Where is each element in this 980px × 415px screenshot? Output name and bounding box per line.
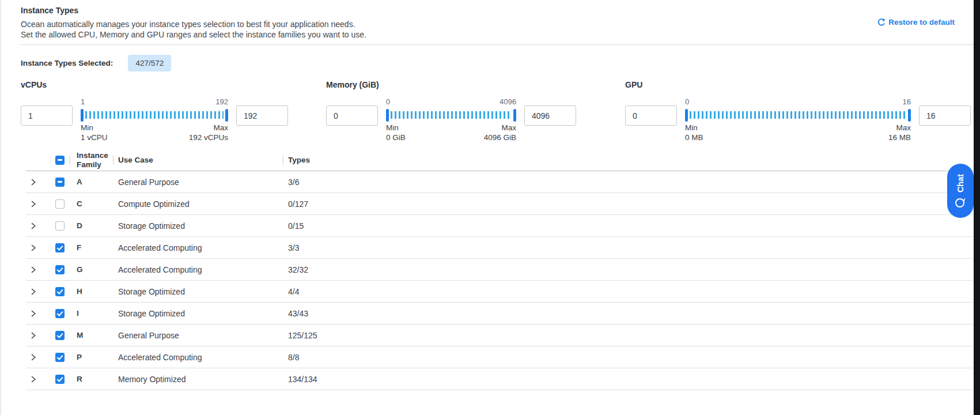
screen-right-edge-strip	[974, 0, 980, 415]
chevron-right-icon[interactable]	[29, 375, 37, 383]
min-caption: Min	[81, 123, 93, 133]
sliders-section: vCPUs 1 192 Min Max 1 vCPU	[21, 80, 973, 142]
types-cell: 43/43	[283, 309, 973, 318]
min-caption: Min	[386, 123, 399, 133]
use-case-cell: Storage Optimized	[113, 287, 283, 296]
family-cell: G	[70, 265, 113, 274]
restore-to-default-label: Restore to default	[888, 18, 955, 27]
slider-min-tick-label: 0	[386, 97, 390, 109]
chevron-right-icon[interactable]	[29, 288, 37, 296]
slider-title: Memory (GiB)	[326, 80, 576, 90]
family-cell: R	[70, 375, 113, 384]
instance-family-row: H Storage Optimized 4/4	[26, 281, 973, 303]
row-checkbox[interactable]	[55, 331, 65, 340]
header-use-case: Use Case	[113, 156, 283, 164]
slider-min-handle[interactable]	[81, 109, 84, 122]
slider-min-tick-label: 0	[685, 97, 689, 109]
chevron-right-icon[interactable]	[29, 310, 37, 318]
min-sub-caption: 1 vCPU	[81, 133, 108, 142]
max-sub-caption: 4096 GiB	[484, 133, 516, 142]
description-line-1: Ocean automatically manages your instanc…	[21, 19, 973, 29]
selected-summary: Instance Types Selected: 427/572	[21, 55, 973, 71]
types-cell: 0/127	[283, 199, 973, 209]
slider-max-handle[interactable]	[225, 109, 228, 122]
instance-family-row: D Storage Optimized 0/15	[26, 215, 973, 237]
slider-group: vCPUs 1 192 Min Max 1 vCPU	[21, 80, 288, 142]
max-value-input[interactable]	[236, 105, 288, 126]
row-checkbox[interactable]	[55, 178, 65, 187]
slider-max-tick-label: 16	[903, 97, 911, 109]
slider-track	[685, 109, 911, 122]
min-value-input[interactable]	[625, 105, 677, 126]
slider-min-handle[interactable]	[386, 109, 389, 122]
min-value-input[interactable]	[21, 105, 73, 126]
family-cell: I	[70, 309, 113, 318]
slider-ticks	[690, 111, 906, 119]
page-title: Instance Types	[21, 6, 973, 15]
row-checkbox[interactable]	[55, 243, 65, 252]
use-case-cell: Memory Optimized	[113, 375, 283, 384]
types-cell: 125/125	[283, 331, 973, 340]
chevron-right-icon[interactable]	[29, 331, 37, 339]
family-cell: M	[70, 331, 113, 340]
row-checkbox[interactable]	[55, 199, 65, 209]
family-cell: F	[70, 243, 113, 252]
max-caption: Max	[896, 123, 911, 133]
instance-families-table: Instance Family Use Case Types A General…	[26, 149, 973, 390]
slider-ticks	[391, 111, 512, 119]
restore-to-default-button[interactable]: Restore to default	[877, 18, 955, 27]
select-all-checkbox[interactable]	[55, 156, 65, 165]
chevron-right-icon[interactable]	[29, 178, 37, 186]
slider-min-handle[interactable]	[685, 109, 688, 122]
types-cell: 0/15	[283, 221, 973, 231]
use-case-cell: Compute Optimized	[113, 199, 283, 209]
slider-group: Memory (GiB) 0 4096 Min Max 0 GiB	[326, 80, 576, 142]
min-value-input[interactable]	[326, 105, 378, 126]
slider-max-handle[interactable]	[908, 109, 911, 122]
slider-max-tick-label: 4096	[500, 97, 516, 109]
slider-track-block: 0 16 Min Max 0 MB 16 MB	[677, 97, 919, 142]
use-case-cell: General Purpose	[113, 331, 283, 340]
chevron-right-icon[interactable]	[29, 353, 37, 361]
chevron-right-icon[interactable]	[29, 200, 37, 208]
chat-button[interactable]: Chat	[947, 164, 974, 218]
use-case-cell: Accelerated Computing	[113, 353, 283, 362]
slider-max-handle[interactable]	[513, 109, 516, 122]
min-sub-caption: 0 MB	[685, 133, 703, 142]
table-body: A General Purpose 3/6 C Compute Optimize…	[26, 171, 973, 390]
slider-max-tick-label: 192	[215, 97, 228, 109]
panel-left-edge	[0, 0, 1, 415]
slider-track	[386, 109, 516, 122]
row-checkbox[interactable]	[55, 309, 65, 318]
instance-family-row: I Storage Optimized 43/43	[26, 303, 973, 325]
family-cell: A	[70, 178, 113, 187]
row-checkbox[interactable]	[55, 353, 65, 362]
slider-track-block: 1 192 Min Max 1 vCPU 192 vCPUs	[73, 97, 236, 142]
types-cell: 3/3	[283, 243, 973, 252]
use-case-cell: Accelerated Computing	[113, 243, 283, 252]
max-caption: Max	[213, 123, 228, 133]
chevron-right-icon[interactable]	[29, 222, 37, 230]
chevron-right-icon[interactable]	[29, 244, 37, 252]
row-checkbox[interactable]	[55, 265, 65, 274]
max-value-input[interactable]	[919, 105, 971, 126]
max-caption: Max	[501, 123, 516, 133]
min-sub-caption: 0 GiB	[386, 133, 406, 142]
slider-track-block: 0 4096 Min Max 0 GiB 4096 GiB	[378, 97, 524, 142]
row-checkbox[interactable]	[55, 375, 65, 384]
types-cell: 8/8	[283, 353, 973, 362]
family-cell: D	[70, 221, 113, 231]
row-checkbox[interactable]	[55, 221, 65, 231]
instance-family-row: M General Purpose 125/125	[26, 325, 973, 346]
types-cell: 134/134	[283, 375, 973, 384]
description-line-2: Set the allowed CPU, Memory and GPU rang…	[21, 29, 973, 40]
instance-family-row: R Memory Optimized 134/134	[26, 368, 973, 390]
min-caption: Min	[685, 123, 698, 133]
chevron-right-icon[interactable]	[29, 266, 37, 274]
max-value-input[interactable]	[524, 105, 576, 126]
slider-track	[81, 109, 228, 122]
chat-bubble-icon	[955, 197, 966, 208]
slider-ticks	[85, 111, 224, 119]
row-checkbox[interactable]	[55, 287, 65, 296]
max-sub-caption: 192 vCPUs	[189, 133, 228, 142]
